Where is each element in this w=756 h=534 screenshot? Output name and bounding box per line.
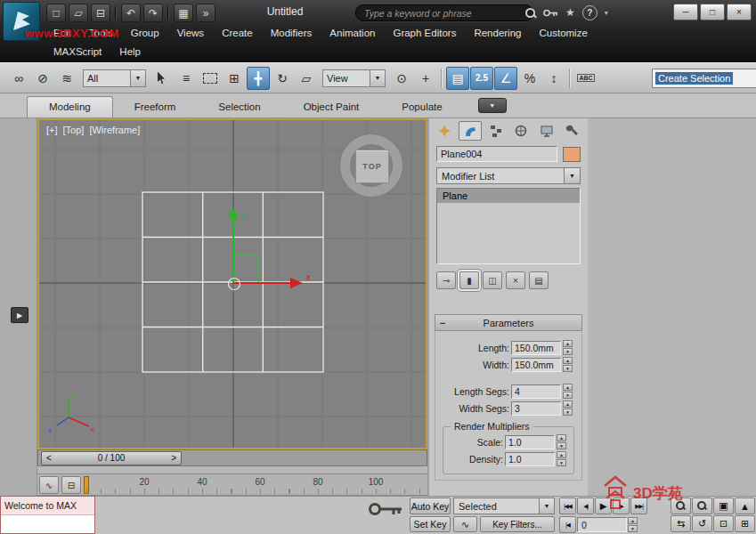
create-tab-icon[interactable] [433,121,457,141]
time-slider-track[interactable]: < 0 / 100 > [37,449,427,466]
help-icon[interactable]: ? [582,5,597,20]
orbit-icon[interactable]: ↺ [692,515,712,532]
selection-filter-dropdown[interactable]: All ▼ [83,69,146,87]
slider-next-icon[interactable]: > [171,453,176,463]
infocenter-search-input[interactable]: Type a keyword or phrase [355,4,533,21]
menu-modifiers[interactable]: Modifiers [262,25,321,41]
top-viewport[interactable]: y x y x z [+] [Top] [Wireframe] TOP [37,118,427,449]
spinner-snap-toggle-icon[interactable]: ↕ [542,67,565,90]
hierarchy-tab-icon[interactable] [484,121,508,141]
pin-stack-icon[interactable]: ⊸ [436,271,456,289]
length-segs-input[interactable]: 4 [511,384,561,399]
bind-to-spacewarp-icon[interactable]: ≋ [55,67,78,90]
keyboard-override-toggle-icon[interactable]: ▤ [446,67,469,90]
expand-panel-arrow-icon[interactable]: ▶ [11,307,28,323]
maxscript-mini-listener[interactable]: Welcome to MAX [0,496,95,534]
trackbar-toggle-icon[interactable]: ⊟ [61,476,81,494]
display-tab-icon[interactable] [535,121,559,141]
zoom-extents-icon[interactable]: ▣ [713,498,734,514]
select-and-rotate-icon[interactable]: ↻ [271,67,294,90]
density-spinner[interactable] [557,451,566,466]
utilities-tab-icon[interactable] [560,121,584,141]
dropdown-arrow-icon[interactable]: ▼ [130,69,146,87]
dropdown-arrow-icon[interactable]: ▼ [370,69,386,87]
ribbon-tab-selection[interactable]: Selection [197,97,281,117]
object-color-swatch[interactable] [563,147,581,162]
density-input[interactable]: 1.0 [505,452,555,466]
timeline-ruler[interactable]: ∿ ⊟ 20 40 60 80 100 [37,473,427,496]
ribbon-tab-populate[interactable]: Populate [380,97,463,117]
menu-create[interactable]: Create [213,25,262,41]
menu-views[interactable]: Views [168,25,213,41]
dropdown-arrow-icon[interactable]: ▼ [564,167,581,184]
go-to-start-icon[interactable]: |◀◀ [559,498,576,514]
frame-spinner[interactable] [628,517,638,532]
ribbon-tab-modeling[interactable]: Modeling [27,96,113,117]
maximize-viewport-toggle-icon[interactable]: ⊞ [735,515,755,532]
select-and-manipulate-icon[interactable]: + [414,67,437,90]
open-file-icon[interactable]: ▱ [69,4,88,22]
search-icon[interactable] [524,7,536,19]
unlink-selection-icon[interactable]: ⊘ [31,67,54,90]
rectangular-selection-region-icon[interactable] [199,67,222,90]
workspace-icon[interactable]: ▦ [174,4,193,22]
make-unique-icon[interactable]: ◫ [483,271,502,289]
collapse-icon[interactable]: − [435,318,450,328]
length-segs-spinner[interactable] [563,384,573,399]
viewport-general-menu[interactable]: [+] [46,125,58,135]
object-name-input[interactable]: Plane004 [436,146,557,162]
viewport-shading-menu[interactable]: [Wireframe] [89,125,140,135]
stack-item-plane[interactable]: Plane [437,189,580,203]
show-end-result-icon[interactable]: ▮ [459,271,479,289]
key-filters-button[interactable]: Key Filters... [480,516,555,532]
viewcube-top-face[interactable]: TOP [355,150,389,183]
use-pivot-center-icon[interactable]: ⊙ [390,67,413,90]
menu-animation[interactable]: Animation [321,25,384,41]
pan-view-icon[interactable]: ⇆ [671,515,691,532]
modify-tab-icon[interactable] [459,121,483,141]
scale-input[interactable]: 1.0 [505,435,555,449]
zoom-all-icon[interactable] [692,498,712,514]
menu-customize[interactable]: Customize [530,25,596,41]
configure-modifier-sets-icon[interactable]: ▤ [529,271,549,289]
select-by-name-icon[interactable]: ≡ [175,67,198,90]
viewcube[interactable]: TOP [338,133,404,198]
slider-prev-icon[interactable]: < [46,453,52,463]
undo-icon[interactable]: ↶ [121,4,141,22]
auto-key-button[interactable]: Auto Key [410,498,451,514]
modifier-stack[interactable]: Plane [436,188,581,264]
viewport-pov-menu[interactable]: [Top] [63,125,85,135]
set-keys-key-icon[interactable] [368,498,403,520]
ribbon-tab-object-paint[interactable]: Object Paint [282,97,381,117]
reference-coordinate-dropdown[interactable]: View ▼ [322,69,386,87]
length-input[interactable]: 150.0mm [511,341,561,355]
select-object-icon[interactable] [150,67,174,90]
width-segs-spinner[interactable] [563,400,573,416]
parameters-rollout-header[interactable]: − Parameters [435,314,582,331]
width-spinner[interactable] [563,357,573,372]
key-mode-toggle-icon[interactable]: |◀ [559,516,576,533]
zoom-region-icon[interactable]: ⊡ [713,515,734,532]
minimize-button[interactable]: ─ [673,4,698,20]
time-slider-handle[interactable]: < 0 / 100 > [41,451,182,465]
modifier-list-dropdown[interactable]: Modifier List ▼ [436,167,581,184]
previous-frame-icon[interactable]: ◀| [577,498,594,514]
edit-named-selection-sets-icon[interactable]: ABC [574,67,597,90]
menu-help[interactable]: Help [110,44,150,60]
menu-graph-editors[interactable]: Graph Editors [384,25,465,41]
window-crossing-toggle-icon[interactable]: ⊞ [223,67,246,90]
menu-group[interactable]: Group [122,25,168,41]
key-filter-selected-dropdown[interactable]: Selected ▼ [453,498,555,514]
maximize-button[interactable]: □ [700,4,725,20]
select-and-link-icon[interactable]: ∞ [7,67,30,90]
angle-snap-toggle-icon[interactable]: ∠ [494,67,517,90]
menu-rendering[interactable]: Rendering [465,25,530,41]
default-tangent-icon[interactable]: ∿ [453,516,477,532]
snaps-toggle-icon[interactable]: 2.5 [470,67,493,90]
ribbon-minimize-dropdown-icon[interactable]: ▼ [478,98,507,113]
move-gizmo[interactable]: y x [229,207,312,290]
remove-modifier-icon[interactable]: × [506,271,525,289]
dropdown-arrow-icon[interactable]: ▼ [539,498,555,514]
save-file-icon[interactable]: ⊟ [91,4,110,22]
motion-tab-icon[interactable] [509,121,533,141]
